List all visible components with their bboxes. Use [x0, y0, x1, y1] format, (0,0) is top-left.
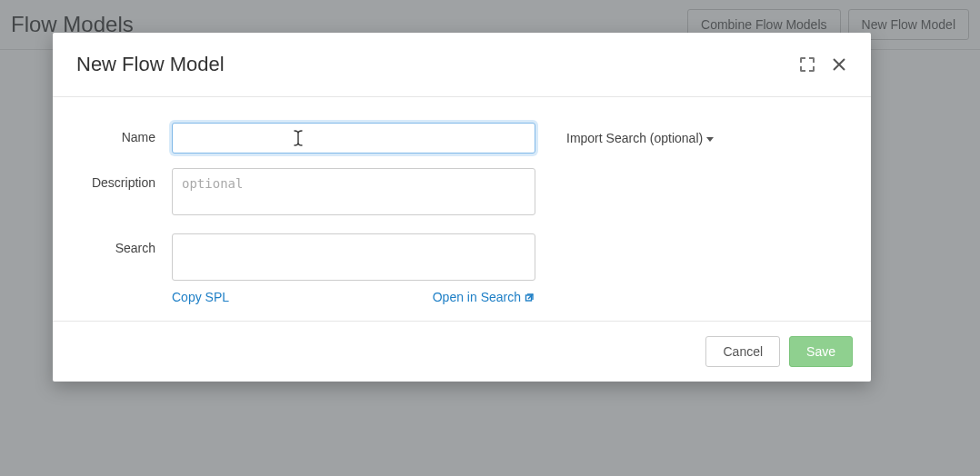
modal-footer: Cancel Save: [53, 321, 871, 382]
name-control: [172, 123, 535, 154]
import-search-dropdown[interactable]: Import Search (optional): [566, 131, 714, 145]
open-in-search-label: Open in Search: [433, 290, 521, 304]
modal-header: New Flow Model: [53, 33, 871, 97]
cancel-button[interactable]: Cancel: [705, 336, 780, 367]
search-links: Copy SPL Open in Search: [172, 290, 535, 304]
description-label: Description: [76, 168, 172, 190]
copy-spl-link[interactable]: Copy SPL: [172, 290, 229, 304]
import-column: Import Search (optional): [566, 123, 714, 304]
description-control: [172, 168, 535, 219]
description-input[interactable]: [172, 168, 535, 215]
caret-down-icon: [706, 137, 714, 142]
search-control: Copy SPL Open in Search: [172, 233, 535, 304]
form-column: Name Description Search: [76, 123, 535, 304]
name-row: Name: [76, 123, 535, 154]
search-label: Search: [76, 233, 172, 255]
name-label: Name: [76, 123, 172, 144]
external-link-icon: [525, 292, 535, 302]
expand-icon[interactable]: [800, 57, 815, 72]
close-icon[interactable]: [831, 56, 847, 73]
import-search-label: Import Search (optional): [566, 131, 703, 145]
modal-header-actions: [800, 56, 847, 73]
modal-body: Name Description Search: [53, 97, 871, 321]
save-button[interactable]: Save: [789, 336, 853, 367]
description-row: Description: [76, 168, 535, 219]
modal-title: New Flow Model: [76, 53, 225, 76]
search-input[interactable]: [172, 233, 535, 281]
open-in-search-link[interactable]: Open in Search: [433, 290, 535, 304]
name-input[interactable]: [172, 123, 535, 154]
search-row: Search Copy SPL Open in Search: [76, 233, 535, 304]
new-flow-model-modal: New Flow Model Name: [53, 33, 871, 382]
